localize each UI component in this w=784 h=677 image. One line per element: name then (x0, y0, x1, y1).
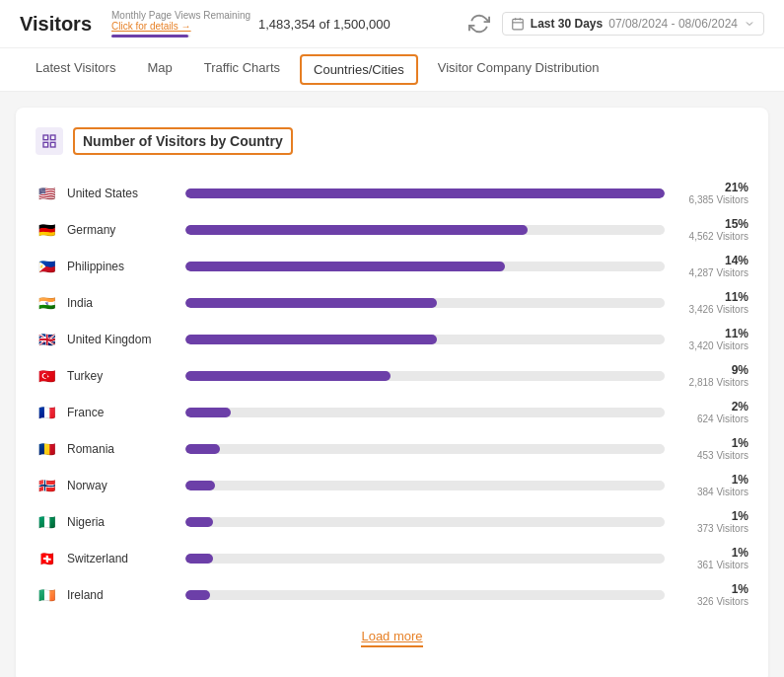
country-stats: 1% 373 Visitors (675, 509, 748, 534)
country-pct: 1% (675, 436, 748, 450)
quota-bar-fill (111, 35, 188, 38)
card-title: Number of Visitors by Country (73, 127, 293, 155)
country-flag: 🇺🇸 (36, 183, 57, 204)
country-visitors: 3,420 Visitors (675, 340, 748, 351)
tab-visitor-company[interactable]: Visitor Company Distribution (422, 48, 615, 91)
tab-latest-visitors[interactable]: Latest Visitors (20, 48, 131, 91)
country-name: Norway (67, 479, 176, 492)
bar-fill (185, 517, 213, 527)
country-visitors: 361 Visitors (675, 560, 748, 570)
country-flag: 🇳🇬 (36, 511, 57, 533)
date-range-label: Last 30 Days (531, 17, 603, 31)
country-pct: 15% (675, 217, 748, 231)
country-stats: 1% 384 Visitors (675, 473, 748, 497)
bar-fill (185, 371, 391, 381)
bar-fill (185, 554, 213, 564)
bar-fill (185, 444, 220, 454)
svg-rect-0 (513, 19, 524, 29)
table-row: 🇵🇭 Philippines 14% 4,287 Visitors (36, 248, 748, 284)
quota-link[interactable]: Click for details → (111, 21, 250, 32)
table-row: 🇩🇪 Germany 15% 4,562 Visitors (36, 211, 748, 248)
country-pct: 2% (675, 400, 748, 414)
country-visitors: 2,818 Visitors (675, 377, 748, 388)
country-visitors: 373 Visitors (675, 523, 748, 534)
country-name: India (67, 296, 176, 310)
country-stats: 11% 3,420 Visitors (675, 327, 748, 351)
country-flag: 🇷🇴 (36, 438, 57, 460)
bar-fill (185, 408, 231, 417)
country-name: Ireland (67, 588, 176, 602)
quota-value: 1,483,354 of 1,500,000 (258, 17, 391, 32)
table-row: 🇺🇸 United States 21% 6,385 Visitors (36, 175, 748, 211)
bar-container (185, 262, 665, 271)
country-pct: 9% (675, 363, 748, 377)
bar-fill (185, 590, 210, 600)
bar-fill (185, 225, 528, 235)
svg-rect-5 (50, 135, 55, 140)
quota-info: Monthly Page Views Remaining Click for d… (111, 10, 250, 38)
country-name: Germany (67, 223, 176, 237)
bar-fill (185, 298, 437, 308)
date-range-selector[interactable]: Last 30 Days 07/08/2024 - 08/06/2024 (502, 12, 764, 36)
bar-container (185, 298, 665, 308)
calendar-icon (511, 17, 525, 31)
country-name: United Kingdom (67, 333, 176, 346)
quota-bar (111, 35, 190, 38)
svg-rect-7 (50, 142, 55, 147)
country-stats: 11% 3,426 Visitors (675, 290, 748, 315)
country-name: Nigeria (67, 515, 176, 529)
country-flag: 🇨🇭 (36, 548, 57, 569)
tab-countries-cities[interactable]: Countries/Cities (300, 54, 418, 85)
header-right: Last 30 Days 07/08/2024 - 08/06/2024 (468, 12, 764, 36)
country-visitors: 326 Visitors (675, 596, 748, 607)
table-row: 🇹🇷 Turkey 9% 2,818 Visitors (36, 357, 748, 394)
tab-traffic-charts[interactable]: Traffic Charts (188, 48, 296, 91)
tab-map[interactable]: Map (131, 48, 187, 91)
bar-container (185, 444, 665, 454)
country-stats: 1% 453 Visitors (675, 436, 748, 461)
country-pct: 11% (675, 327, 748, 340)
country-name: Philippines (67, 260, 176, 273)
country-name: Romania (67, 442, 176, 456)
country-stats: 15% 4,562 Visitors (675, 217, 748, 242)
quota-label: Monthly Page Views Remaining (111, 10, 250, 21)
country-visitors: 4,287 Visitors (675, 267, 748, 278)
bar-fill (185, 481, 215, 490)
country-pct: 1% (675, 582, 748, 596)
country-list: 🇺🇸 United States 21% 6,385 Visitors 🇩🇪 G… (36, 175, 748, 613)
visitors-card: Number of Visitors by Country 🇺🇸 United … (16, 108, 768, 677)
table-row: 🇬🇧 United Kingdom 11% 3,420 Visitors (36, 321, 748, 357)
nav-tabs: Latest Visitors Map Traffic Charts Count… (0, 48, 784, 92)
card-icon (36, 127, 63, 155)
country-flag: 🇮🇪 (36, 584, 57, 606)
table-row: 🇮🇳 India 11% 3,426 Visitors (36, 284, 748, 321)
refresh-icon[interactable] (468, 13, 490, 35)
main-content: Number of Visitors by Country 🇺🇸 United … (0, 92, 784, 677)
country-stats: 1% 361 Visitors (675, 546, 748, 570)
bar-container (185, 188, 665, 198)
bar-fill (185, 188, 665, 198)
table-row: 🇷🇴 Romania 1% 453 Visitors (36, 430, 748, 467)
country-visitors: 624 Visitors (675, 414, 748, 424)
table-row: 🇳🇬 Nigeria 1% 373 Visitors (36, 503, 748, 540)
bar-container (185, 371, 665, 381)
table-row: 🇮🇪 Ireland 1% 326 Visitors (36, 576, 748, 613)
bar-container (185, 517, 665, 527)
country-flag: 🇩🇪 (36, 219, 57, 241)
country-visitors: 3,426 Visitors (675, 304, 748, 315)
bar-fill (185, 262, 505, 271)
country-pct: 1% (675, 473, 748, 487)
page-header: Visitors Monthly Page Views Remaining Cl… (0, 0, 784, 48)
country-pct: 1% (675, 509, 748, 523)
country-pct: 11% (675, 290, 748, 304)
country-visitors: 384 Visitors (675, 487, 748, 497)
bar-fill (185, 335, 437, 344)
country-flag: 🇵🇭 (36, 256, 57, 277)
card-header: Number of Visitors by Country (36, 127, 748, 155)
country-visitors: 4,562 Visitors (675, 231, 748, 242)
country-flag: 🇮🇳 (36, 292, 57, 314)
country-name: Turkey (67, 369, 176, 383)
country-pct: 14% (675, 254, 748, 267)
country-visitors: 453 Visitors (675, 450, 748, 461)
load-more-button[interactable]: Load more (361, 629, 422, 647)
